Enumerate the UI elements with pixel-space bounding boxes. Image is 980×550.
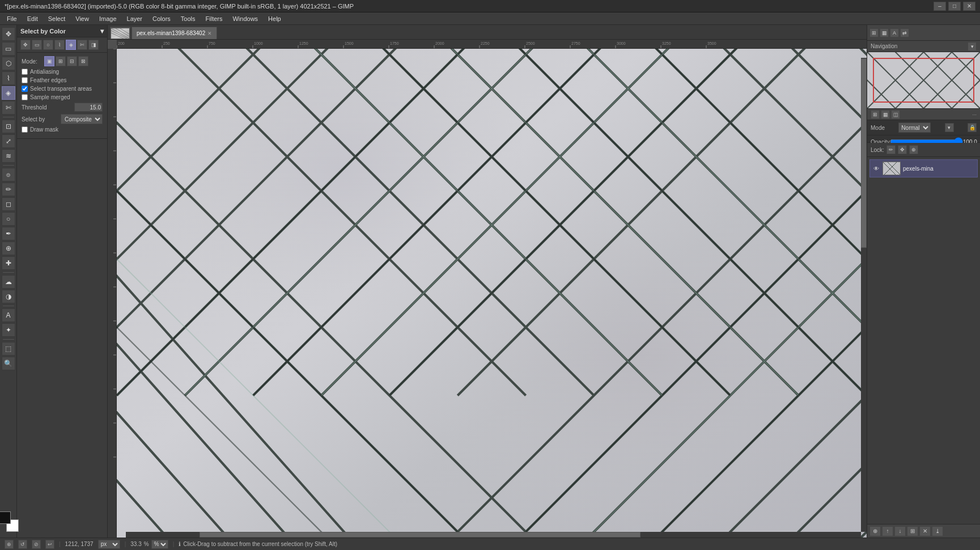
status-restore-icon[interactable]: ⊘ <box>32 540 41 549</box>
new-layer-btn[interactable]: ⊕ <box>869 526 881 536</box>
right-panel-icon4[interactable]: ⇄ <box>900 28 909 37</box>
status-undo-btn: ↩ <box>45 540 54 549</box>
vertical-scrollbar[interactable] <box>861 58 867 532</box>
status-refresh-btn[interactable]: ↺ <box>18 540 27 549</box>
preview-options[interactable]: ▾ <box>968 42 977 51</box>
move-tool[interactable]: ✥ <box>2 27 15 41</box>
mode-add[interactable]: ⊞ <box>56 56 66 66</box>
mode-lock-btn[interactable]: 🔒 <box>968 123 977 132</box>
tool-icon-ellipse[interactable]: ○ <box>43 40 53 50</box>
path-tool[interactable]: ✦ <box>2 323 15 337</box>
magnify-tool[interactable]: 🔍 <box>2 357 15 370</box>
lock-position-btn[interactable]: ✥ <box>898 145 907 154</box>
ellipse-select-tool[interactable]: ⬡ <box>2 57 15 70</box>
menu-windows[interactable]: Windows <box>228 14 262 23</box>
select-by-dropdown[interactable]: Composite Red Green Blue <box>61 114 103 124</box>
warp-tool[interactable]: ≋ <box>2 149 15 163</box>
eraser-tool[interactable]: ◻ <box>2 197 15 211</box>
menu-colors[interactable]: Colors <box>148 14 175 23</box>
airbrush-tool[interactable]: ○ <box>2 212 15 226</box>
crop-tool[interactable]: ⊡ <box>2 120 15 133</box>
canvas-tab-main[interactable]: pex.els-minan1398-683402 ✕ <box>131 27 217 39</box>
clone-tool[interactable]: ⊕ <box>2 242 15 255</box>
menu-tools[interactable]: Tools <box>176 14 200 23</box>
menu-help[interactable]: Help <box>264 14 286 23</box>
histogram-btn[interactable]: ⊞ <box>871 110 880 119</box>
menu-layer[interactable]: Layer <box>122 14 147 23</box>
tool-options-panel: Select by Color ▾ ✥ ▭ ○ ⌇ ◈ ✄ ◨ Mode: ▣ … <box>17 25 108 538</box>
layers-mode-dropdown[interactable]: Normal Multiply Screen Overlay <box>898 122 931 133</box>
svg-text:250: 250 <box>163 41 170 45</box>
heal-tool[interactable]: ✚ <box>2 256 15 270</box>
minimize-button[interactable]: – <box>934 2 946 11</box>
select-transparent-checkbox[interactable] <box>22 86 28 92</box>
sample-merged-label: Sample merged <box>30 94 70 100</box>
menu-edit[interactable]: Edit <box>23 14 43 23</box>
menu-select[interactable]: Select <box>44 14 70 23</box>
ink-tool[interactable]: ✒ <box>2 227 15 240</box>
feather-edges-checkbox[interactable] <box>22 77 28 83</box>
tool-icon-scissors[interactable]: ✄ <box>77 40 87 50</box>
status-undo-icon[interactable]: ↩ <box>45 540 54 549</box>
canvas-content[interactable] <box>117 49 867 538</box>
antialiasing-checkbox[interactable] <box>22 69 28 75</box>
layers-btn-header[interactable]: ▦ <box>881 110 890 119</box>
foreground-color-swatch[interactable] <box>0 511 11 524</box>
right-panel-icon3[interactable]: A <box>890 28 899 37</box>
close-button[interactable]: ✕ <box>963 2 975 11</box>
channels-btn[interactable]: ◫ <box>891 110 900 119</box>
mode-intersect[interactable]: ⊠ <box>78 56 88 66</box>
preview-image[interactable] <box>867 52 980 108</box>
mode-options-btn[interactable]: ▾ <box>945 123 954 132</box>
h-scrollbar-thumb[interactable] <box>200 532 640 538</box>
raise-layer-btn[interactable]: ↑ <box>882 526 893 536</box>
lock-alpha-btn[interactable]: ⊕ <box>909 145 918 154</box>
paint-bucket-tool[interactable]: ⌾ <box>2 168 15 181</box>
anchor-layer-btn[interactable]: ⤓ <box>932 526 943 536</box>
threshold-input[interactable] <box>74 103 103 112</box>
v-scrollbar-thumb[interactable] <box>861 58 867 248</box>
tool-icon-fg[interactable]: ◨ <box>88 40 99 50</box>
color-swatches[interactable] <box>0 511 19 532</box>
canvas-tab-close[interactable]: ✕ <box>207 31 212 36</box>
panel-options[interactable]: ··· <box>972 112 977 117</box>
color-picker-tool[interactable]: ⬚ <box>2 342 15 356</box>
right-panel-icon2[interactable]: ▦ <box>880 28 889 37</box>
menu-file[interactable]: File <box>2 14 22 23</box>
select-by-color-tool[interactable]: ◈ <box>2 86 15 100</box>
dodge-burn-tool[interactable]: ◑ <box>2 290 15 303</box>
maximize-button[interactable]: □ <box>948 2 961 11</box>
transform-tool[interactable]: ⤢ <box>2 134 15 148</box>
delete-layer-btn[interactable]: ✕ <box>919 526 931 536</box>
zoom-selector[interactable]: % <box>151 540 168 549</box>
lower-layer-btn[interactable]: ↓ <box>894 526 906 536</box>
tool-icon-free[interactable]: ⌇ <box>54 40 65 50</box>
menu-view[interactable]: View <box>71 14 94 23</box>
smudge-tool[interactable]: ☁ <box>2 275 15 289</box>
tool-options-collapse[interactable]: ▾ <box>100 27 104 35</box>
fence-image[interactable] <box>117 49 867 538</box>
lock-pixels-btn[interactable]: ✏ <box>886 145 896 154</box>
tool-icon-rect[interactable]: ▭ <box>32 40 42 50</box>
scissors-select-tool[interactable]: ✄ <box>2 101 15 115</box>
draw-mask-checkbox[interactable] <box>22 126 28 133</box>
layer-item-main[interactable]: 👁 p <box>869 159 978 177</box>
unit-selector[interactable]: px mm cm in <box>98 540 120 549</box>
menu-filters[interactable]: Filters <box>201 14 227 23</box>
free-select-tool[interactable]: ⌇ <box>2 71 15 85</box>
tool-icon-color[interactable]: ◈ <box>66 40 76 50</box>
menu-image[interactable]: Image <box>95 14 121 23</box>
titlebar-title: *[pex.els-minan1398-683402] (imported)-5… <box>5 3 354 10</box>
duplicate-layer-btn[interactable]: ⊞ <box>907 526 918 536</box>
sample-merged-checkbox[interactable] <box>22 94 28 100</box>
layer-visibility-eye[interactable]: 👁 <box>872 164 880 172</box>
brush-tool[interactable]: ✏ <box>2 183 15 196</box>
mode-subtract[interactable]: ⊟ <box>67 56 77 66</box>
horizontal-scrollbar[interactable] <box>126 532 861 538</box>
status-add-btn[interactable]: ⊕ <box>5 540 14 549</box>
right-panel-icon1[interactable]: ⊞ <box>869 28 879 37</box>
mode-replace[interactable]: ▣ <box>44 56 54 66</box>
text-tool[interactable]: A <box>2 308 15 322</box>
tool-icon-move[interactable]: ✥ <box>20 40 31 50</box>
rect-select-tool[interactable]: ▭ <box>2 42 15 56</box>
